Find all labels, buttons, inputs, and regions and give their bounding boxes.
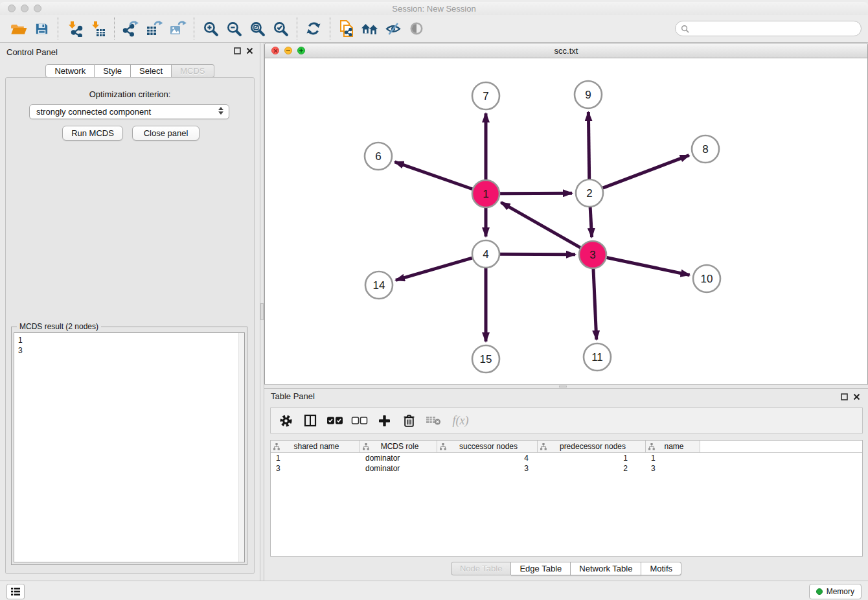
result-line: 1: [18, 335, 244, 345]
graph-node-14[interactable]: 14: [365, 271, 393, 299]
toolbar-separator: [58, 17, 58, 40]
graph-node-15[interactable]: 15: [472, 345, 499, 373]
graph-edge-2-9[interactable]: [588, 112, 589, 179]
refresh-icon[interactable]: [302, 17, 325, 40]
control-panel-title: Control Panel: [6, 47, 58, 57]
graph-node-8[interactable]: 8: [692, 135, 719, 163]
graph-node-1[interactable]: 1: [472, 180, 499, 207]
select-all-rows-icon[interactable]: [326, 412, 343, 429]
graph-edge-2-3[interactable]: [590, 207, 591, 237]
column-layout-icon[interactable]: [302, 412, 319, 429]
mcds-tab-content: Optimization criterion: strongly connect…: [5, 77, 255, 574]
graph-edge-1-6[interactable]: [394, 162, 472, 189]
graph-edge-4-14[interactable]: [396, 258, 472, 280]
zoom-in-icon[interactable]: [199, 17, 222, 40]
splitter-grip[interactable]: [559, 386, 567, 387]
graph-edge-1-2[interactable]: [500, 193, 572, 194]
task-history-button[interactable]: [6, 584, 25, 599]
table-toolbar: f(x): [270, 407, 863, 434]
float-panel-icon[interactable]: [234, 47, 241, 54]
vertical-splitter[interactable]: [260, 43, 264, 581]
search-field[interactable]: [675, 21, 862, 36]
mcds-result-textarea[interactable]: 13: [14, 332, 245, 562]
result-scrollbar[interactable]: [238, 333, 244, 562]
column-header-MCDS-role[interactable]: MCDS role: [360, 441, 437, 452]
table-cell: 4: [437, 453, 538, 463]
column-attribute-icon: [648, 443, 655, 450]
settings-gear-icon[interactable]: [277, 412, 294, 429]
close-panel-icon[interactable]: [853, 393, 860, 400]
zoom-out-icon[interactable]: [222, 17, 246, 40]
column-header-shared-name[interactable]: shared name: [271, 441, 360, 452]
application-window: Session: New Session: [0, 2, 868, 600]
table-tab-network-table[interactable]: Network Table: [571, 562, 641, 575]
table-cell: 3: [646, 463, 700, 474]
column-header-successor-nodes[interactable]: successor nodes: [437, 441, 538, 452]
table-cell: 3: [437, 463, 538, 474]
search-icon: [681, 25, 689, 33]
graph-edge-3-1[interactable]: [501, 202, 580, 248]
column-header-predecessor-nodes[interactable]: predecessor nodes: [538, 441, 646, 452]
toolbar-separator: [330, 17, 330, 40]
table-row[interactable]: 1dominator411: [271, 453, 862, 463]
control-tab-mcds[interactable]: MCDS: [172, 64, 214, 78]
table-tab-motifs[interactable]: Motifs: [641, 562, 681, 575]
memory-button[interactable]: Memory: [809, 584, 862, 599]
graph-node-10[interactable]: 10: [693, 265, 720, 292]
graph-node-label: 7: [483, 90, 488, 102]
table-cell: 1: [271, 453, 360, 463]
close-panel-button[interactable]: Close panel: [132, 126, 200, 141]
deselect-all-rows-icon[interactable]: [351, 412, 368, 429]
graph-node-11[interactable]: 11: [584, 343, 611, 371]
control-tab-style[interactable]: Style: [95, 64, 131, 78]
graph-edge-3-10[interactable]: [607, 258, 690, 275]
birds-eye-view-icon[interactable]: [405, 17, 428, 40]
hide-graphics-details-icon[interactable]: [382, 17, 405, 40]
table-cell: 3: [271, 463, 360, 474]
table-tab-node-table[interactable]: Node Table: [451, 562, 512, 575]
column-header-label: name: [655, 442, 700, 451]
zoom-fit-icon[interactable]: [246, 17, 269, 40]
network-canvas[interactable]: 7968124314101511: [265, 59, 867, 384]
mcds-result-title: MCDS result (2 nodes): [17, 322, 101, 331]
graph-edge-3-11[interactable]: [593, 269, 597, 340]
save-session-icon[interactable]: [30, 17, 53, 40]
graph-node-3[interactable]: 3: [579, 241, 606, 268]
import-network-icon[interactable]: [63, 17, 86, 40]
add-column-icon[interactable]: [376, 412, 393, 429]
graph-node-9[interactable]: 9: [575, 81, 602, 108]
control-tab-select[interactable]: Select: [131, 64, 172, 78]
graph-edge-2-8[interactable]: [603, 156, 689, 189]
close-panel-icon[interactable]: [246, 47, 253, 54]
network-graph[interactable]: 7968124314101511: [265, 59, 867, 384]
column-header-label: MCDS role: [369, 442, 437, 451]
graph-node-6[interactable]: 6: [365, 143, 392, 170]
graph-edge-4-3[interactable]: [500, 254, 575, 255]
horizontal-splitter[interactable]: [264, 384, 868, 389]
status-bar: Memory: [0, 581, 868, 600]
home-layout-icon[interactable]: [358, 17, 382, 40]
zoom-selected-icon[interactable]: [269, 17, 292, 40]
splitter-grip[interactable]: [260, 303, 264, 320]
run-mcds-button[interactable]: Run MCDS: [62, 126, 123, 141]
column-header-name[interactable]: name: [646, 441, 700, 452]
graph-node-4[interactable]: 4: [472, 240, 499, 268]
open-session-icon[interactable]: [6, 17, 30, 40]
table-tab-edge-table[interactable]: Edge Table: [511, 562, 571, 575]
float-panel-icon[interactable]: [841, 393, 848, 400]
new-network-from-selection-icon[interactable]: [335, 17, 358, 40]
export-network-icon[interactable]: [119, 17, 143, 40]
control-tab-network[interactable]: Network: [45, 64, 95, 78]
criterion-select[interactable]: strongly connected component: [29, 104, 229, 119]
graph-node-2[interactable]: 2: [576, 179, 603, 207]
import-table-icon[interactable]: [86, 17, 109, 40]
export-table-icon[interactable]: [143, 17, 166, 40]
table-row[interactable]: 3dominator323: [271, 463, 862, 474]
graph-node-label: 4: [483, 248, 488, 260]
search-input[interactable]: [692, 23, 856, 34]
export-image-icon[interactable]: [166, 17, 189, 40]
folder-back: [11, 24, 24, 28]
graph-node-7[interactable]: 7: [472, 82, 499, 110]
column-attribute-icon: [440, 443, 446, 450]
delete-column-icon[interactable]: [400, 412, 417, 429]
